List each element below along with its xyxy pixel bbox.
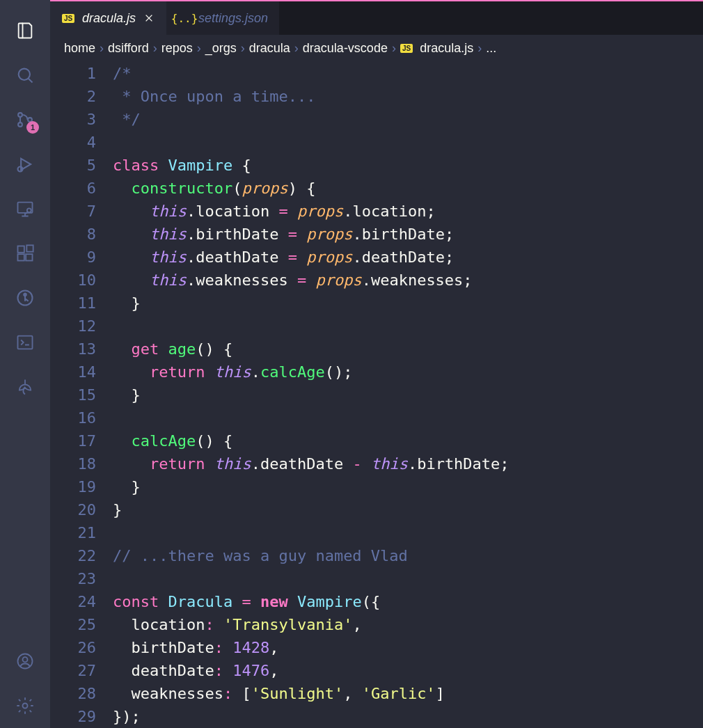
code-line[interactable]: return this.calcAge(); — [113, 361, 703, 383]
svg-rect-8 — [18, 254, 24, 260]
line-number: 27 — [50, 659, 96, 682]
svg-rect-7 — [18, 246, 24, 253]
line-number: 1 — [50, 62, 96, 85]
svg-point-6 — [27, 208, 31, 212]
scm-badge: 1 — [26, 121, 39, 134]
tab-label: dracula.js — [82, 11, 136, 26]
breadcrumb-segment[interactable]: dsifford — [108, 41, 149, 56]
code-line[interactable]: this.location = props.location; — [113, 200, 703, 223]
code-line[interactable]: const Dracula = new Vampire({ — [113, 590, 703, 613]
code-line[interactable]: this.deathDate = props.deathDate; — [113, 246, 703, 269]
code-line[interactable]: */ — [113, 108, 703, 131]
line-number: 6 — [50, 177, 96, 200]
code-line[interactable] — [113, 567, 703, 590]
svg-point-1 — [18, 113, 22, 117]
code-line[interactable]: birthDate: 1428, — [113, 636, 703, 659]
line-number: 20 — [50, 498, 96, 521]
line-number: 2 — [50, 85, 96, 108]
code-line[interactable]: location: 'Transylvania', — [113, 613, 703, 636]
chevron-right-icon: › — [197, 41, 201, 56]
code-line[interactable]: } — [113, 498, 703, 521]
svg-rect-10 — [26, 245, 33, 251]
code-line[interactable] — [113, 315, 703, 338]
breadcrumb-segment[interactable]: dracula.js — [420, 41, 473, 56]
code-line[interactable] — [113, 406, 703, 429]
chevron-right-icon: › — [477, 41, 482, 56]
settings-gear-icon[interactable] — [8, 689, 42, 722]
svg-point-12 — [24, 294, 26, 296]
line-number: 14 — [50, 361, 96, 383]
line-number: 21 — [50, 521, 96, 544]
svg-point-16 — [23, 704, 28, 709]
source-control-icon[interactable]: 1 — [8, 103, 42, 136]
svg-rect-5 — [18, 203, 33, 213]
code-line[interactable]: class Vampire { — [113, 154, 703, 177]
code-content[interactable]: /* * Once upon a time... */ class Vampir… — [113, 62, 703, 728]
code-line[interactable]: /* — [113, 62, 703, 85]
code-line[interactable]: // ...there was a guy named Vlad — [113, 544, 703, 567]
run-debug-icon[interactable] — [8, 148, 42, 181]
js-file-icon: JS — [400, 44, 413, 53]
code-line[interactable]: * Once upon a time... — [113, 85, 703, 108]
line-number: 22 — [50, 544, 96, 567]
line-number: 24 — [50, 590, 96, 613]
code-line[interactable] — [113, 521, 703, 544]
line-number: 5 — [50, 154, 96, 177]
extensions-icon[interactable] — [8, 237, 42, 270]
svg-point-0 — [19, 69, 30, 80]
line-number: 12 — [50, 315, 96, 338]
code-line[interactable] — [113, 131, 703, 154]
code-line[interactable]: weaknesses: ['Sunlight', 'Garlic'] — [113, 682, 703, 705]
explorer-icon[interactable] — [8, 14, 42, 47]
breadcrumb-segment[interactable]: dracula-vscode — [303, 41, 388, 56]
line-number: 28 — [50, 682, 96, 705]
svg-point-2 — [18, 122, 22, 127]
breadcrumb[interactable]: home›dsifford›repos›_orgs›dracula›dracul… — [50, 35, 703, 62]
remote-explorer-icon[interactable] — [8, 192, 42, 225]
svg-point-15 — [23, 657, 28, 662]
line-number: 11 — [50, 292, 96, 315]
code-line[interactable]: calcAge() { — [113, 429, 703, 452]
tab-settings-json[interactable]: {..} settings.json — [166, 1, 279, 35]
code-line[interactable]: constructor(props) { — [113, 177, 703, 200]
line-number: 25 — [50, 613, 96, 636]
code-line[interactable]: deathDate: 1476, — [113, 659, 703, 682]
git-graph-icon[interactable] — [8, 281, 42, 315]
svg-rect-9 — [26, 254, 32, 260]
tab-dracula-js[interactable]: JS dracula.js — [50, 1, 166, 35]
close-icon[interactable] — [143, 12, 155, 24]
line-number: 13 — [50, 338, 96, 361]
js-file-icon: JS — [61, 11, 75, 25]
code-editor[interactable]: 1234567891011121314151617181920212223242… — [50, 62, 703, 728]
svg-point-4 — [18, 167, 23, 172]
chevron-right-icon: › — [100, 41, 104, 56]
breadcrumb-segment[interactable]: _orgs — [205, 41, 237, 56]
code-line[interactable]: get age() { — [113, 338, 703, 361]
line-number: 8 — [50, 223, 96, 246]
breadcrumb-segment[interactable]: repos — [161, 41, 193, 56]
search-icon[interactable] — [8, 58, 42, 92]
environments-icon[interactable] — [8, 370, 42, 404]
line-number: 18 — [50, 452, 96, 475]
code-line[interactable]: this.weaknesses = props.weaknesses; — [113, 269, 703, 292]
line-number-gutter: 1234567891011121314151617181920212223242… — [50, 62, 113, 728]
breadcrumb-segment[interactable]: ... — [486, 41, 496, 56]
activity-bar: 1 — [0, 0, 50, 728]
line-number: 10 — [50, 269, 96, 292]
code-line[interactable]: } — [113, 475, 703, 498]
code-line[interactable]: } — [113, 383, 703, 406]
line-number: 7 — [50, 200, 96, 223]
editor-group: JS dracula.js {..} settings.json home›ds… — [50, 0, 703, 728]
terminal-panel-icon[interactable] — [8, 326, 42, 359]
code-line[interactable]: this.birthDate = props.birthDate; — [113, 223, 703, 246]
code-line[interactable]: }); — [113, 705, 703, 728]
account-icon[interactable] — [8, 644, 42, 678]
line-number: 3 — [50, 108, 96, 131]
line-number: 26 — [50, 636, 96, 659]
breadcrumb-segment[interactable]: dracula — [249, 41, 290, 56]
line-number: 23 — [50, 567, 96, 590]
code-line[interactable]: return this.deathDate - this.birthDate; — [113, 452, 703, 475]
breadcrumb-segment[interactable]: home — [64, 41, 95, 56]
chevron-right-icon: › — [241, 41, 245, 56]
code-line[interactable]: } — [113, 292, 703, 315]
